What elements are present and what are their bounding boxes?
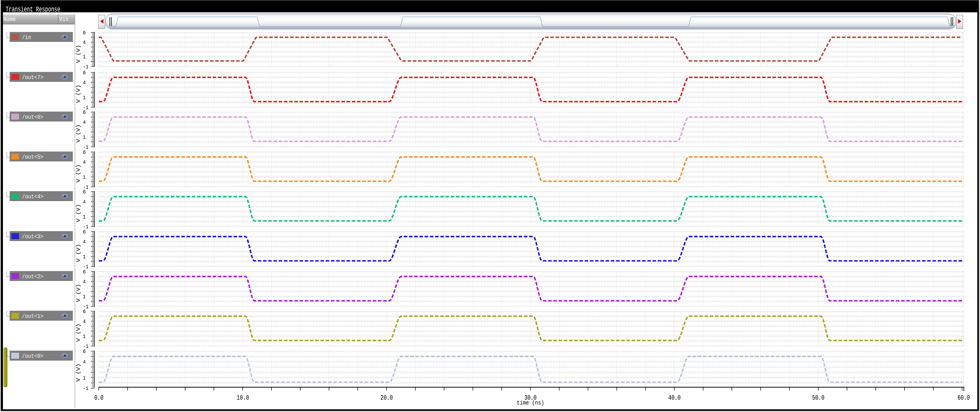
svg-text:1: 1 (83, 294, 86, 300)
svg-text:time (ns): time (ns) (517, 400, 544, 406)
svg-text:4: 4 (83, 279, 86, 285)
svg-text:6: 6 (83, 229, 86, 235)
svg-text:/out<5>: /out<5> (22, 154, 43, 161)
svg-text:4: 4 (83, 318, 86, 325)
svg-text:50.0: 50.0 (812, 394, 824, 402)
svg-text:/out<0>: /out<0> (22, 353, 43, 360)
svg-text:V (V): V (V) (75, 164, 81, 182)
svg-text:V (V): V (V) (75, 125, 81, 143)
svg-text:1: 1 (83, 174, 86, 180)
svg-text:40.0: 40.0 (668, 394, 681, 402)
svg-text:6: 6 (83, 149, 86, 155)
svg-text:/out<1>: /out<1> (22, 313, 43, 320)
svg-text:6: 6 (83, 308, 86, 315)
svg-text:/out<2>: /out<2> (22, 273, 43, 280)
svg-text:/out<3>: /out<3> (22, 233, 43, 240)
svg-text:6: 6 (83, 269, 86, 275)
svg-text:60.0: 60.0 (958, 394, 970, 402)
svg-text:4: 4 (83, 119, 86, 125)
svg-text:4: 4 (83, 239, 86, 245)
svg-text:V (V): V (V) (75, 45, 81, 63)
svg-text:V (V): V (V) (75, 284, 81, 302)
svg-text:1: 1 (83, 214, 86, 220)
svg-text:4: 4 (83, 159, 86, 165)
svg-text:Transient Response: Transient Response (6, 5, 60, 14)
svg-text:10.0: 10.0 (237, 394, 249, 402)
svg-text:1: 1 (83, 334, 86, 340)
svg-text:0.0: 0.0 (94, 394, 103, 402)
svg-text:6: 6 (83, 348, 86, 355)
svg-text:-1: -1 (83, 64, 89, 70)
svg-text:1: 1 (83, 95, 86, 101)
svg-text:4: 4 (83, 199, 86, 205)
svg-text:/out<4>: /out<4> (22, 193, 43, 200)
svg-text:4: 4 (83, 359, 86, 365)
svg-text:V (V): V (V) (75, 324, 81, 342)
svg-text:1: 1 (83, 254, 86, 260)
svg-text:V (V): V (V) (75, 364, 81, 382)
svg-text:6: 6 (83, 30, 86, 36)
svg-text:1: 1 (83, 375, 86, 381)
svg-text:V (V): V (V) (75, 244, 81, 262)
svg-text:6: 6 (83, 70, 86, 76)
svg-text:1: 1 (83, 134, 86, 141)
svg-text:/in: /in (22, 34, 31, 41)
svg-text:Vis: Vis (59, 16, 68, 23)
svg-text:20.0: 20.0 (380, 394, 393, 402)
svg-text:V (V): V (V) (75, 85, 81, 103)
svg-text:4: 4 (83, 39, 86, 46)
svg-text:/out<6>: /out<6> (22, 114, 43, 121)
svg-text:4: 4 (83, 80, 86, 86)
svg-text:6: 6 (83, 189, 86, 195)
svg-text:V (V): V (V) (75, 204, 81, 222)
svg-text:/out<7>: /out<7> (22, 74, 43, 81)
svg-text:1: 1 (83, 54, 86, 60)
svg-text:Name: Name (3, 16, 16, 23)
svg-text:6: 6 (83, 109, 86, 115)
svg-text:-1: -1 (83, 385, 89, 391)
